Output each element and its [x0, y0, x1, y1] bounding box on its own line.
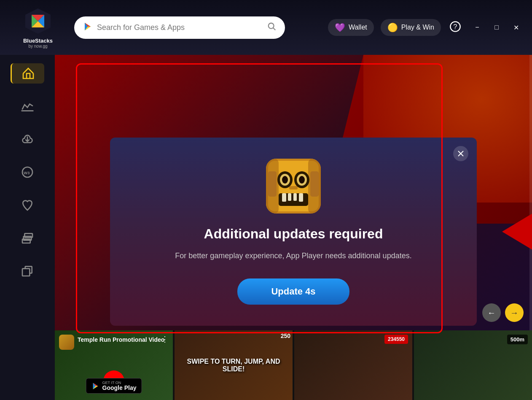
- svg-rect-35: [288, 193, 291, 201]
- dialog-overlay: Additional updates required For better g…: [55, 55, 532, 400]
- svg-rect-19: [22, 269, 30, 276]
- logo-area: BlueStacks by now.gg: [8, 6, 67, 49]
- dialog-close-button[interactable]: [453, 146, 468, 161]
- sidebar-item-multiinstance[interactable]: [11, 228, 44, 248]
- wallet-icon: 💜: [335, 22, 345, 32]
- update-dialog: Additional updates required For better g…: [110, 138, 477, 326]
- svg-text:W3: W3: [24, 171, 30, 175]
- dialog-subtitle: For better gameplay experience, App Play…: [175, 250, 411, 262]
- main-content: Additional updates required For better g…: [55, 55, 532, 400]
- playnwin-label: Play & Win: [401, 24, 434, 31]
- svg-rect-38: [268, 171, 277, 197]
- svg-point-10: [269, 23, 274, 28]
- window-controls: − □ ✕: [470, 20, 524, 35]
- sidebar-item-favorites[interactable]: [11, 195, 44, 215]
- wallet-label: Wallet: [349, 24, 367, 31]
- svg-rect-36: [293, 193, 297, 201]
- svg-rect-37: [299, 193, 303, 202]
- search-bar[interactable]: [74, 16, 285, 39]
- svg-line-11: [273, 28, 275, 30]
- maximize-button[interactable]: □: [489, 20, 504, 35]
- arrow-pointer: [502, 206, 532, 257]
- dialog-title: Additional updates required: [204, 226, 383, 242]
- sidebar-item-home[interactable]: [11, 63, 44, 84]
- minimize-button[interactable]: −: [470, 20, 485, 35]
- playnwin-button[interactable]: 🟡 Play & Win: [381, 19, 441, 36]
- search-input[interactable]: [97, 23, 263, 32]
- sidebar-item-instance[interactable]: [11, 261, 44, 281]
- app-icon: [266, 159, 321, 214]
- topbar: BlueStacks by now.gg 💜 Wallet 🟡: [0, 0, 532, 55]
- sidebar-item-topchart[interactable]: [11, 96, 44, 116]
- sidebar-item-cloud[interactable]: [11, 129, 44, 149]
- svg-rect-39: [310, 171, 319, 197]
- svg-rect-34: [282, 193, 286, 202]
- sidebar-item-web3[interactable]: W3: [11, 162, 44, 182]
- app-name: BlueStacks: [23, 38, 53, 44]
- search-icon: [267, 22, 277, 33]
- sidebar: W3: [0, 55, 55, 400]
- help-button[interactable]: ?: [448, 19, 463, 36]
- bluestacks-logo: [23, 6, 53, 36]
- svg-point-31: [299, 176, 305, 184]
- wallet-button[interactable]: 💜 Wallet: [328, 19, 374, 36]
- svg-rect-32: [289, 186, 298, 189]
- svg-point-30: [282, 176, 288, 184]
- app-subtext: by now.gg: [28, 44, 47, 49]
- google-play-icon: [83, 22, 93, 34]
- coin-icon: 🟡: [387, 22, 398, 32]
- update-button[interactable]: Update 4s: [237, 278, 349, 305]
- topbar-right: 💜 Wallet 🟡 Play & Win ? − □ ✕: [328, 19, 524, 36]
- svg-text:?: ?: [453, 22, 457, 30]
- close-button[interactable]: ✕: [508, 20, 524, 35]
